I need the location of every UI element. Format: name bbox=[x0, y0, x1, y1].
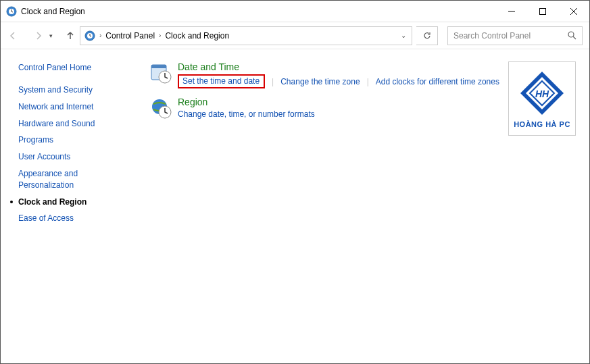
region-icon bbox=[149, 97, 174, 121]
titlebar: Clock and Region bbox=[1, 1, 589, 22]
close-button[interactable] bbox=[558, 1, 589, 22]
sidebar-item-appearance[interactable]: Appearance and Personalization bbox=[18, 168, 99, 191]
sidebar: Control Panel Home System and Security N… bbox=[1, 49, 136, 363]
search-placeholder: Search Control Panel bbox=[453, 31, 531, 41]
date-time-icon bbox=[149, 61, 174, 86]
breadcrumb-root[interactable]: Control Panel bbox=[105, 31, 155, 41]
separator: | bbox=[272, 77, 274, 86]
sidebar-item-user-accounts[interactable]: User Accounts bbox=[18, 151, 136, 163]
svg-text:HH: HH bbox=[535, 88, 549, 99]
minimize-button[interactable] bbox=[496, 1, 527, 22]
search-icon bbox=[568, 31, 576, 40]
sidebar-item-ease-of-access[interactable]: Ease of Access bbox=[18, 213, 136, 224]
heading-date-time[interactable]: Date and Time bbox=[178, 61, 239, 72]
breadcrumb-separator: › bbox=[98, 32, 103, 39]
content-area: Control Panel Home System and Security N… bbox=[1, 49, 589, 363]
brand-logo-label: HOÀNG HÀ PC bbox=[514, 120, 570, 128]
recent-locations-button[interactable]: ▾ bbox=[49, 32, 53, 39]
svg-rect-7 bbox=[151, 65, 166, 68]
sidebar-item-network-internet[interactable]: Network and Internet bbox=[18, 101, 136, 113]
svg-rect-2 bbox=[540, 8, 546, 14]
refresh-button[interactable] bbox=[416, 26, 438, 45]
link-change-time-zone[interactable]: Change the time zone bbox=[280, 77, 360, 86]
separator: | bbox=[367, 77, 369, 86]
up-button[interactable] bbox=[65, 30, 76, 41]
sidebar-item-system-security[interactable]: System and Security bbox=[18, 84, 136, 96]
highlighted-link: Set the time and date bbox=[178, 74, 265, 88]
sidebar-item-clock-region[interactable]: Clock and Region bbox=[18, 197, 136, 208]
section-region: Region Change date, time, or number form… bbox=[149, 97, 508, 121]
breadcrumb-current[interactable]: Clock and Region bbox=[165, 31, 229, 41]
back-button[interactable] bbox=[7, 30, 18, 41]
heading-region[interactable]: Region bbox=[178, 97, 207, 107]
hoang-ha-logo-icon: HH bbox=[518, 69, 566, 118]
window-controls bbox=[496, 1, 589, 22]
sidebar-item-hardware-sound[interactable]: Hardware and Sound bbox=[18, 118, 136, 130]
maximize-button[interactable] bbox=[527, 1, 558, 22]
address-chevron-down-icon[interactable]: ⌄ bbox=[401, 32, 406, 39]
forward-button[interactable] bbox=[33, 30, 44, 41]
search-input[interactable]: Search Control Panel bbox=[447, 26, 583, 45]
toolbar: ▾ › Control Panel › Clock and Region ⌄ S… bbox=[1, 22, 589, 49]
control-panel-home-link[interactable]: Control Panel Home bbox=[18, 63, 136, 72]
link-change-formats[interactable]: Change date, time, or number formats bbox=[178, 109, 315, 119]
section-date-time: Date and Time Set the time and date | Ch… bbox=[149, 61, 508, 88]
window-title: Clock and Region bbox=[21, 7, 85, 16]
brand-logo: HH HOÀNG HÀ PC bbox=[508, 61, 576, 363]
main-panel: Date and Time Set the time and date | Ch… bbox=[136, 49, 589, 363]
sidebar-item-programs[interactable]: Programs bbox=[18, 134, 136, 146]
link-add-clocks[interactable]: Add clocks for different time zones bbox=[376, 77, 499, 86]
address-bar-icon bbox=[84, 30, 95, 41]
breadcrumb-separator: › bbox=[157, 32, 162, 39]
link-set-time-date[interactable]: Set the time and date bbox=[182, 76, 260, 86]
clock-region-icon bbox=[6, 6, 17, 17]
svg-point-5 bbox=[568, 32, 574, 37]
address-bar[interactable]: › Control Panel › Clock and Region ⌄ bbox=[80, 26, 412, 45]
